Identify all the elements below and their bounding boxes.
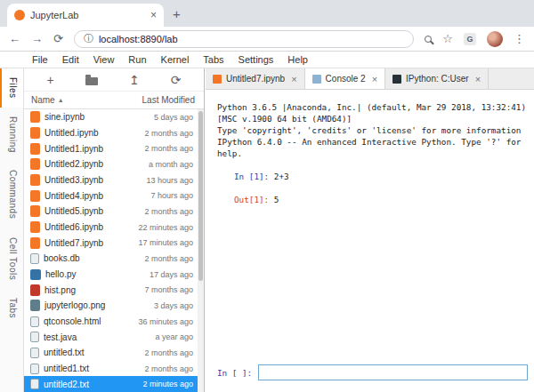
console-input[interactable]	[258, 364, 528, 380]
close-icon[interactable]: ×	[475, 74, 481, 84]
file-modified: 2 months ago	[144, 207, 193, 216]
terminal-icon	[392, 75, 401, 84]
file-list: sine.ipynb 5 days ago Untitled.ipynb 2 m…	[24, 109, 204, 392]
html-file-icon	[30, 316, 39, 327]
column-name-label: Name	[31, 95, 55, 105]
profile-avatar[interactable]	[487, 31, 503, 47]
menu-file[interactable]: File	[25, 54, 55, 65]
dock-tab-console[interactable]: Console 2 ×	[305, 68, 385, 89]
file-row[interactable]: Untitled6.ipynb 22 minutes ago	[24, 220, 204, 236]
console-banner-line: Python 3.6.5 |Anaconda, Inc.| (default, …	[217, 101, 527, 113]
tab-close-icon[interactable]: ×	[150, 9, 157, 21]
scrollbar-thumb[interactable]	[198, 111, 203, 281]
browser-tab[interactable]: JupyterLab ×	[7, 4, 164, 27]
menu-tabs[interactable]: Tabs	[196, 54, 231, 65]
notebook-file-icon	[30, 111, 40, 123]
file-row[interactable]: test.java a year ago	[24, 329, 204, 345]
sidebar-tab-files[interactable]: Files	[0, 68, 23, 108]
reload-icon[interactable]: ⟳	[53, 32, 63, 45]
file-row[interactable]: Untitled3.ipynb 13 hours ago	[24, 172, 204, 188]
file-row[interactable]: Untitled4.ipynb 7 hours ago	[24, 188, 204, 204]
forward-icon[interactable]: →	[31, 32, 43, 45]
menu-view[interactable]: View	[86, 54, 122, 65]
file-row[interactable]: untitled1.txt 2 months ago	[24, 361, 204, 377]
file-row-selected[interactable]: untitled2.txt 2 minutes ago	[24, 376, 204, 392]
sidebar-tab-label: Commands	[8, 170, 18, 219]
file-list-scrollbar[interactable]	[198, 109, 204, 392]
dock-tab-notebook[interactable]: Untitled7.ipynb ×	[206, 68, 305, 89]
sidebar-tab-label: Cell Tools	[8, 237, 18, 280]
close-icon[interactable]: ×	[372, 74, 377, 84]
extension-badge-icon[interactable]: G	[464, 33, 476, 45]
notebook-file-icon	[30, 221, 40, 233]
upload-icon[interactable]: ↥	[129, 74, 140, 86]
notebook-file-icon	[30, 127, 40, 139]
file-modified: 3 days ago	[154, 301, 193, 310]
sidebar-tab-running[interactable]: Running	[0, 108, 23, 162]
file-modified: 2 months ago	[144, 348, 193, 357]
file-row[interactable]: Untitled2.ipynb a month ago	[24, 156, 204, 172]
menu-settings[interactable]: Settings	[231, 54, 281, 65]
refresh-icon[interactable]: ⟳	[171, 74, 182, 86]
file-modified: 7 months ago	[144, 285, 193, 294]
file-row[interactable]: Untitled.ipynb 2 months ago	[24, 125, 204, 141]
text-file-icon	[30, 364, 39, 374]
left-sidebar-strip: Files Running Commands Cell Tools Tabs	[0, 68, 24, 392]
back-icon[interactable]: ←	[9, 32, 20, 45]
menu-kernel[interactable]: Kernel	[154, 54, 197, 65]
file-name: Untitled.ipynb	[44, 128, 140, 138]
file-modified: a year ago	[155, 332, 193, 341]
file-row[interactable]: Untitled5.ipynb 2 months ago	[24, 204, 204, 220]
menu-edit[interactable]: Edit	[55, 54, 86, 65]
notebook-file-icon	[30, 190, 40, 202]
file-name: Untitled5.ipynb	[44, 206, 140, 216]
search-icon[interactable]	[425, 36, 432, 43]
file-row[interactable]: qtconsole.html 36 minutes ago	[24, 314, 204, 330]
text-file-icon	[30, 348, 39, 358]
dock-tab-label: Console 2	[326, 74, 366, 84]
browser-menu-icon[interactable]: ⋮	[514, 32, 525, 45]
sidebar-tab-tabs[interactable]: Tabs	[0, 289, 23, 327]
file-row[interactable]: jupyterlogo.png 3 days ago	[24, 298, 204, 314]
new-launcher-icon[interactable]: +	[47, 74, 54, 86]
file-row[interactable]: hello.py 17 days ago	[24, 267, 204, 283]
sidebar-tab-label: Running	[8, 116, 18, 153]
file-row[interactable]: untitled.txt 2 months ago	[24, 345, 204, 361]
console-banner-line: Type 'copyright', 'credits' or 'license'…	[217, 124, 527, 136]
close-icon[interactable]: ×	[291, 74, 296, 84]
java-file-icon	[30, 332, 39, 342]
file-row[interactable]: hist.png 7 months ago	[24, 282, 204, 298]
file-row[interactable]: sine.ipynb 5 days ago	[24, 109, 204, 125]
dock-tab-terminal[interactable]: IPython: C:User ×	[385, 68, 489, 89]
console-panel: Python 3.6.5 |Anaconda, Inc.| (default, …	[206, 90, 534, 392]
browser-window: JupyterLab × + ← → ⟳ ⓘ localhost:8890/la…	[0, 0, 534, 392]
file-modified: 2 minutes ago	[142, 380, 193, 388]
menu-help[interactable]: Help	[280, 54, 315, 65]
file-browser-toolbar: + ↥ ⟳	[24, 68, 204, 92]
bookmark-star-icon[interactable]: ☆	[442, 32, 453, 45]
menu-run[interactable]: Run	[121, 54, 153, 65]
notebook-file-icon	[30, 158, 40, 170]
file-modified: 7 hours ago	[150, 191, 193, 200]
text-file-icon	[30, 379, 39, 389]
file-modified: 2 months ago	[144, 144, 193, 153]
file-row[interactable]: Untitled1.ipynb 2 months ago	[24, 140, 204, 156]
file-row[interactable]: Untitled7.ipynb 17 minutes ago	[24, 235, 204, 251]
toolbar-right-group: ☆ G ⋮	[425, 31, 525, 47]
new-folder-icon[interactable]	[85, 77, 98, 85]
site-info-icon[interactable]: ⓘ	[84, 32, 93, 45]
new-tab-button[interactable]: +	[173, 6, 181, 21]
file-modified: 2 months ago	[144, 364, 193, 373]
column-modified[interactable]: Last Modified	[142, 95, 195, 105]
column-name[interactable]: Name ▲	[31, 95, 142, 105]
sidebar-tab-commands[interactable]: Commands	[0, 161, 23, 228]
file-name: Untitled3.ipynb	[44, 175, 142, 185]
sidebar-tab-cell-tools[interactable]: Cell Tools	[0, 228, 23, 289]
console-input-row: In [ ]:	[217, 364, 528, 380]
file-row[interactable]: books.db 2 months ago	[24, 251, 204, 267]
address-bar[interactable]: ⓘ localhost:8890/lab	[74, 30, 414, 48]
file-modified: 5 days ago	[154, 113, 193, 122]
file-modified: 13 hours ago	[146, 176, 193, 185]
out-value: 5	[269, 195, 279, 204]
browser-toolbar: ← → ⟳ ⓘ localhost:8890/lab ☆ G ⋮	[0, 27, 534, 52]
